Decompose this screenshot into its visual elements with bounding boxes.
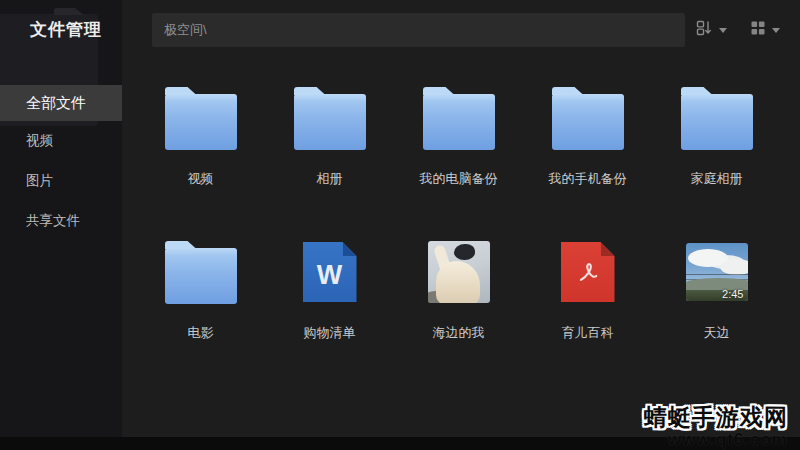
- coat-shape: [436, 261, 480, 303]
- folder-icon: [681, 94, 753, 150]
- file-manager-window: 文件管理 全部文件 视频 图片 共享文件: [0, 0, 800, 450]
- acrobat-swirl-icon: [574, 258, 602, 286]
- chevron-down-icon: [719, 28, 727, 33]
- file-grid-row: 电影 W 购物清单: [136, 240, 800, 342]
- folder-item-album[interactable]: 相册: [265, 86, 394, 188]
- folder-item-phone-backup[interactable]: 我的手机备份: [523, 86, 652, 188]
- file-item-horizon-video[interactable]: 2:45 天边: [652, 240, 781, 342]
- pdf-doc-icon: [561, 242, 615, 302]
- file-grid-row: 视频 相册 我的电脑备份 我的手机备份 家庭相册: [136, 86, 800, 188]
- header-actions: [696, 0, 780, 60]
- sidebar-item-videos[interactable]: 视频: [0, 121, 122, 161]
- file-item-parenting-pdf[interactable]: 育儿百科: [523, 240, 652, 342]
- page-fold-icon: [601, 242, 615, 256]
- sidebar-item-all-files[interactable]: 全部文件: [0, 85, 122, 121]
- word-letter: W: [317, 260, 342, 291]
- path-input[interactable]: [152, 13, 685, 47]
- file-grid: 视频 相册 我的电脑备份 我的手机备份 家庭相册: [122, 60, 800, 342]
- file-label: 购物清单: [304, 324, 356, 342]
- folder-icon: [165, 94, 237, 150]
- chevron-down-icon: [772, 28, 780, 33]
- file-label: 天边: [704, 324, 730, 342]
- sort-icon: [696, 20, 712, 40]
- page-fold-icon: [343, 242, 357, 256]
- grid-view-icon: [751, 21, 765, 39]
- folder-item-movies[interactable]: 电影: [136, 240, 265, 342]
- file-item-beach-photo[interactable]: 海边的我: [394, 240, 523, 342]
- word-doc-icon: W: [303, 242, 357, 302]
- file-item-shopping-list[interactable]: W 购物清单: [265, 240, 394, 342]
- file-label: 相册: [317, 170, 343, 188]
- file-label: 育儿百科: [562, 324, 614, 342]
- video-thumbnail: 2:45: [686, 243, 748, 301]
- folder-icon: [165, 248, 237, 304]
- video-duration-badge: 2:45: [722, 288, 743, 300]
- file-label: 家庭相册: [691, 170, 743, 188]
- file-label: 海边的我: [433, 324, 485, 342]
- cloud-shape: [720, 259, 748, 275]
- sidebar-nav: 全部文件 视频 图片 共享文件: [0, 85, 122, 241]
- folder-item-videos[interactable]: 视频: [136, 86, 265, 188]
- page-title: 文件管理: [30, 18, 102, 41]
- file-label: 我的手机备份: [549, 170, 627, 188]
- header: [122, 0, 800, 60]
- sort-button[interactable]: [696, 20, 727, 40]
- folder-icon: [294, 94, 366, 150]
- sidebar-item-shared-files[interactable]: 共享文件: [0, 201, 122, 241]
- file-label: 电影: [188, 324, 214, 342]
- sidebar: 文件管理 全部文件 视频 图片 共享文件: [0, 0, 122, 437]
- hair-shape: [454, 244, 475, 260]
- sidebar-item-pictures[interactable]: 图片: [0, 161, 122, 201]
- folder-icon: [552, 94, 624, 150]
- file-label: 我的电脑备份: [420, 170, 498, 188]
- bottom-bar: [0, 437, 800, 450]
- file-label: 视频: [188, 170, 214, 188]
- main-area: 视频 相册 我的电脑备份 我的手机备份 家庭相册: [122, 0, 800, 437]
- folder-item-family-album[interactable]: 家庭相册: [652, 86, 781, 188]
- view-mode-button[interactable]: [751, 21, 780, 39]
- folder-icon: [423, 94, 495, 150]
- photo-thumbnail: [428, 241, 490, 303]
- folder-item-pc-backup[interactable]: 我的电脑备份: [394, 86, 523, 188]
